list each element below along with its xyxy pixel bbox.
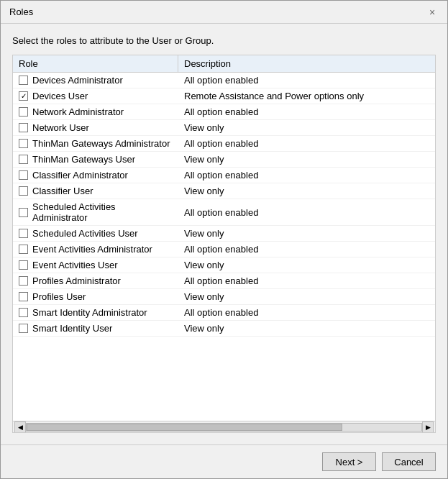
role-cell: Scheduled Activities User bbox=[13, 226, 178, 241]
description-cell: View only bbox=[178, 226, 435, 241]
description-cell: All option enabled bbox=[178, 305, 435, 320]
description-cell: View only bbox=[178, 257, 435, 273]
role-cell: Network Administrator bbox=[13, 104, 178, 119]
table-row[interactable]: ThinMan Gateways AdministratorAll option… bbox=[13, 136, 435, 152]
role-checkbox[interactable] bbox=[19, 324, 28, 333]
description-cell: All option enabled bbox=[178, 104, 435, 119]
role-label: Smart Identity Administrator bbox=[32, 307, 147, 318]
role-cell: Classifier Administrator bbox=[13, 168, 178, 183]
role-label: Event Activities Administrator bbox=[32, 244, 152, 255]
role-label: Profiles Administrator bbox=[32, 275, 121, 286]
table-row[interactable]: ThinMan Gateways UserView only bbox=[13, 152, 435, 168]
role-label: Scheduled Activities User bbox=[32, 228, 138, 239]
scroll-thumb bbox=[27, 424, 342, 431]
horizontal-scrollbar[interactable] bbox=[26, 423, 422, 432]
next-button[interactable]: Next > bbox=[322, 452, 376, 471]
role-checkbox[interactable] bbox=[19, 107, 28, 117]
description-cell: All option enabled bbox=[178, 199, 435, 225]
description-cell: All option enabled bbox=[178, 273, 435, 288]
roles-table-container: Role Description Devices AdministratorAl… bbox=[12, 55, 436, 433]
role-checkbox[interactable] bbox=[19, 76, 28, 85]
role-cell: Network User bbox=[13, 120, 178, 135]
description-cell: View only bbox=[178, 120, 435, 135]
role-checkbox[interactable] bbox=[19, 91, 28, 101]
table-body[interactable]: Devices AdministratorAll option enabledD… bbox=[13, 73, 435, 421]
role-checkbox[interactable] bbox=[19, 260, 28, 270]
role-label: Classifier User bbox=[32, 186, 93, 196]
role-label: Classifier Administrator bbox=[32, 170, 128, 181]
role-cell: Smart Identity Administrator bbox=[13, 305, 178, 320]
role-cell: Classifier User bbox=[13, 183, 178, 199]
table-row[interactable]: Smart Identity UserView only bbox=[13, 321, 435, 337]
table-row[interactable]: Network UserView only bbox=[13, 120, 435, 136]
role-checkbox[interactable] bbox=[19, 186, 28, 196]
role-checkbox[interactable] bbox=[19, 276, 28, 286]
role-cell: ThinMan Gateways User bbox=[13, 152, 178, 167]
role-label: ThinMan Gateways User bbox=[32, 154, 135, 165]
role-cell: Devices User bbox=[13, 88, 178, 104]
role-label: Scheduled Activities Administrator bbox=[32, 201, 173, 223]
role-cell: Profiles Administrator bbox=[13, 273, 178, 288]
table-row[interactable]: Smart Identity AdministratorAll option e… bbox=[13, 305, 435, 321]
table-row[interactable]: Profiles UserView only bbox=[13, 289, 435, 305]
dialog-title: Roles bbox=[9, 6, 33, 17]
table-row[interactable]: Scheduled Activities UserView only bbox=[13, 226, 435, 242]
table-row[interactable]: Scheduled Activities AdministratorAll op… bbox=[13, 199, 435, 226]
role-checkbox[interactable] bbox=[19, 170, 28, 180]
table-row[interactable]: Event Activities UserView only bbox=[13, 257, 435, 273]
role-cell: Event Activities User bbox=[13, 257, 178, 273]
title-bar: Roles × bbox=[1, 1, 447, 24]
cancel-button[interactable]: Cancel bbox=[382, 452, 436, 471]
description-cell: Remote Assistance and Power options only bbox=[178, 88, 435, 104]
role-cell: Smart Identity User bbox=[13, 321, 178, 336]
table-row[interactable]: Event Activities AdministratorAll option… bbox=[13, 242, 435, 257]
role-checkbox[interactable] bbox=[19, 292, 28, 301]
description-cell: All option enabled bbox=[178, 73, 435, 88]
description-cell: View only bbox=[178, 183, 435, 199]
close-button[interactable]: × bbox=[426, 6, 439, 19]
role-cell: Scheduled Activities Administrator bbox=[13, 199, 178, 225]
role-label: Network User bbox=[32, 122, 89, 133]
description-cell: All option enabled bbox=[178, 242, 435, 257]
table-row[interactable]: Devices UserRemote Assistance and Power … bbox=[13, 88, 435, 104]
roles-dialog: Roles × Select the roles to attribute to… bbox=[0, 0, 448, 479]
table-row[interactable]: Classifier AdministratorAll option enabl… bbox=[13, 168, 435, 183]
role-cell: Event Activities Administrator bbox=[13, 242, 178, 257]
role-checkbox[interactable] bbox=[19, 245, 28, 254]
bottom-bar: Next > Cancel bbox=[1, 444, 447, 478]
role-checkbox[interactable] bbox=[19, 208, 28, 217]
role-cell: ThinMan Gateways Administrator bbox=[13, 136, 178, 151]
role-label: Network Administrator bbox=[32, 106, 124, 117]
instructions-text: Select the roles to attribute to the Use… bbox=[12, 35, 436, 46]
scroll-right-button[interactable]: ▶ bbox=[422, 421, 434, 433]
role-checkbox[interactable] bbox=[19, 155, 28, 164]
description-cell: View only bbox=[178, 321, 435, 336]
column-header-role: Role bbox=[13, 55, 178, 72]
table-row[interactable]: Network AdministratorAll option enabled bbox=[13, 104, 435, 120]
role-cell: Devices Administrator bbox=[13, 73, 178, 88]
role-checkbox[interactable] bbox=[19, 123, 28, 132]
description-cell: View only bbox=[178, 152, 435, 167]
table-row[interactable]: Devices AdministratorAll option enabled bbox=[13, 73, 435, 88]
table-row[interactable]: Classifier UserView only bbox=[13, 183, 435, 199]
role-label: Event Activities User bbox=[32, 260, 118, 270]
table-row[interactable]: Profiles AdministratorAll option enabled bbox=[13, 273, 435, 289]
dialog-content: Select the roles to attribute to the Use… bbox=[1, 24, 447, 444]
horizontal-scrollbar-area: ◀ ▶ bbox=[13, 421, 435, 432]
role-label: Devices Administrator bbox=[32, 75, 123, 86]
role-label: Smart Identity User bbox=[32, 323, 112, 334]
description-cell: All option enabled bbox=[178, 168, 435, 183]
role-label: Profiles User bbox=[32, 291, 86, 302]
table-header: Role Description bbox=[13, 55, 435, 73]
scroll-left-button[interactable]: ◀ bbox=[14, 421, 26, 433]
role-checkbox[interactable] bbox=[19, 308, 28, 317]
role-label: ThinMan Gateways Administrator bbox=[32, 138, 170, 149]
role-checkbox[interactable] bbox=[19, 229, 28, 238]
role-cell: Profiles User bbox=[13, 289, 178, 304]
role-checkbox[interactable] bbox=[19, 139, 28, 148]
column-header-description: Description bbox=[178, 55, 435, 72]
description-cell: View only bbox=[178, 289, 435, 304]
description-cell: All option enabled bbox=[178, 136, 435, 151]
role-label: Devices User bbox=[32, 91, 88, 101]
